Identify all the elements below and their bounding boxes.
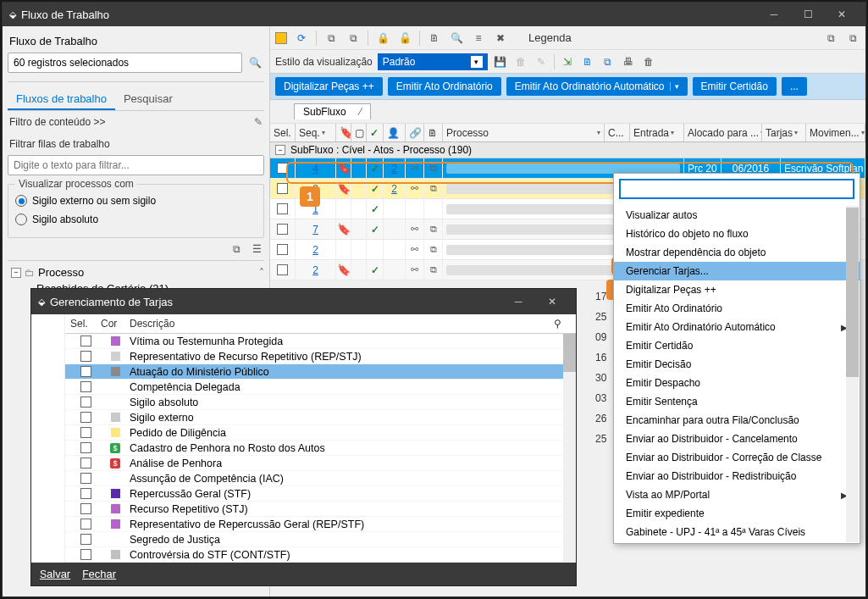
copy-doc-icon-2[interactable]: ⧉ [346,31,361,46]
row-checkbox[interactable] [80,488,91,499]
link-icon[interactable]: ⚯ [411,183,418,194]
export-icon[interactable]: ⇲ [560,54,575,69]
row-checkbox[interactable] [277,163,288,174]
print-icon[interactable]: 🖶 [621,54,636,69]
refresh-icon[interactable]: ⟳ [294,31,309,46]
row-checkbox[interactable] [80,442,91,453]
radio-sigilo-externo[interactable]: Sigilo externo ou sem sigilo [15,191,257,210]
row-checkbox[interactable] [80,473,91,484]
minimize-button[interactable]: ─ [757,3,791,26]
col-check[interactable]: ✓ [367,124,384,141]
row-checkbox[interactable] [80,549,91,560]
tarja-row[interactable]: Atuação do Ministério Público [65,364,576,380]
tarja-row[interactable]: Competência Delegada [65,380,576,395]
copy-doc-icon[interactable]: ⧉ [323,31,339,46]
context-menu-item[interactable]: Digitalizar Peças ++ [614,280,860,299]
tarja-row[interactable]: Sigilo absoluto [65,395,576,410]
context-menu-item[interactable]: Mostrar dependência do objeto [614,243,860,262]
edit-icon[interactable]: ✎ [254,116,263,128]
close-dialog-button[interactable]: Fechar [82,568,116,580]
context-menu-item[interactable]: Gerenciar Tarjas... [614,262,860,280]
context-menu-item[interactable]: Gabinete - UPJ - 41ª a 45ª Varas Cíveis [614,523,860,541]
dlg-col-sel[interactable]: Sel. [70,318,101,330]
dialog-close[interactable]: ✕ [535,290,569,313]
col-bookmark[interactable]: 🔖 [336,124,351,141]
copy-blue-icon[interactable]: ⧉ [600,54,616,69]
delete-icon[interactable]: 🗑 [641,54,656,69]
cmd-emitir-ordinatorio[interactable]: Emitir Ato Ordinatório [388,77,501,96]
dlg-col-cor[interactable]: Cor [101,318,130,330]
col-entrada[interactable]: Entrada▾ [630,124,684,141]
marker-icon[interactable] [275,32,287,44]
tarja-row[interactable]: Vítima ou Testemunha Protegida [65,334,576,349]
close-tab-icon[interactable]: ⁄ [360,106,362,118]
dialog-minimize[interactable]: ─ [501,290,535,313]
tarja-row[interactable]: Representativo de Repercussão Geral (REP… [65,517,576,532]
filter-icon[interactable]: ⚲ [554,318,571,330]
context-menu-item[interactable]: Histórico do objeto no fluxo [614,225,860,243]
context-menu-item[interactable]: Enviar ao Distribuidor - Cancelamento [614,430,860,448]
col-user[interactable]: 👤 [384,124,406,141]
col-sel[interactable]: Sel. [270,124,296,141]
cmd-emitir-certidao[interactable]: Emitir Certidão [693,77,777,96]
context-menu-item[interactable]: Visualizar autos [614,206,860,225]
cmd-more[interactable]: ... [782,77,807,96]
row-checkbox[interactable] [277,203,288,214]
context-menu-item[interactable]: Emitir Decisão [614,355,860,374]
pencil-icon[interactable]: ✎ [534,54,549,69]
context-menu-item[interactable]: Vista ao MP/Portal▶ [614,485,860,504]
doc-icon[interactable]: 🗎 [427,31,442,46]
grid-group-header[interactable]: − SubFluxo : Cível - Atos - Processo (19… [270,142,865,158]
col-tarjas[interactable]: Tarjas▾ [762,124,806,141]
search-icon[interactable]: 🔍 [246,53,264,72]
tab-fluxos[interactable]: Fluxos de trabalho [8,87,115,110]
tarja-row[interactable]: Recurso Repetitivo (STJ) [65,502,576,517]
link-icon[interactable]: ⚯ [411,163,418,174]
col-seq[interactable]: Seq.▾ [296,124,336,141]
row-checkbox[interactable] [80,534,91,545]
context-search-input[interactable] [619,179,854,199]
content-filter-link[interactable]: Filtro de conteúdo >> [9,116,105,128]
save-icon[interactable]: 💾 [493,54,508,69]
tarja-row[interactable]: $Análise de Penhora [65,456,576,471]
row-checkbox[interactable] [80,366,91,377]
chevron-up-icon[interactable]: ˄ [259,267,264,279]
close-button[interactable]: ✕ [825,3,859,26]
maximize-button[interactable]: ☐ [791,3,825,26]
tarja-row[interactable]: Assunção de Competência (IAC) [65,471,576,486]
col-link[interactable]: 🔗 [406,124,424,141]
list-icon[interactable]: ≡ [471,31,486,46]
copy-icon[interactable]: ⧉ [229,241,244,257]
cmd-emitir-ordinatorio-auto[interactable]: Emitir Ato Ordinatório Automático ▾ [506,77,688,96]
row-checkbox[interactable] [80,519,91,530]
style-select[interactable]: Padrão ▾ [378,53,488,70]
tarja-row[interactable]: Representativo de Recurso Repetitivo (RE… [65,349,576,364]
context-menu-item[interactable]: Emitir Sentença [614,392,860,411]
legend-label[interactable]: Legenda [528,31,572,44]
remove-list-icon[interactable]: ✖ [493,31,508,46]
row-checkbox[interactable] [80,397,91,408]
tree-collapse-icon[interactable]: − [11,268,21,278]
row-checkbox[interactable] [80,458,91,469]
row-checkbox[interactable] [80,412,91,423]
doc-blue-icon[interactable]: 🗎 [580,54,595,69]
tarja-row[interactable]: Segredo de Justiça [65,532,576,547]
row-checkbox[interactable] [277,183,288,194]
lock-icon[interactable]: 🔒 [375,31,390,46]
copy-icon[interactable]: ⧉ [430,163,437,174]
tarja-row[interactable]: Controvérsia do STF (CONT/STF) [65,547,576,563]
col-alocado[interactable]: Alocado para ...▾ [684,124,762,141]
scrollbar[interactable] [846,206,859,542]
subfluxo-tab[interactable]: SubFluxo ⁄ [294,103,371,119]
row-checkbox[interactable] [80,351,91,362]
cascade-icon[interactable]: ⧉ [823,31,838,46]
col-mark[interactable]: ▢ [351,124,367,141]
search-doc-icon[interactable]: 🔍 [449,31,464,46]
trash-icon[interactable]: 🗑 [513,54,528,69]
row-checkbox[interactable] [80,336,91,347]
unlock-icon[interactable]: 🔓 [397,31,412,46]
col-doc[interactable]: 🗎 [424,124,443,141]
context-menu-item[interactable]: Enviar ao Distribuidor - Redistribuição [614,467,860,485]
context-menu-item[interactable]: Emitir expediente [614,504,860,523]
seq-link[interactable]: 4 [296,158,336,178]
